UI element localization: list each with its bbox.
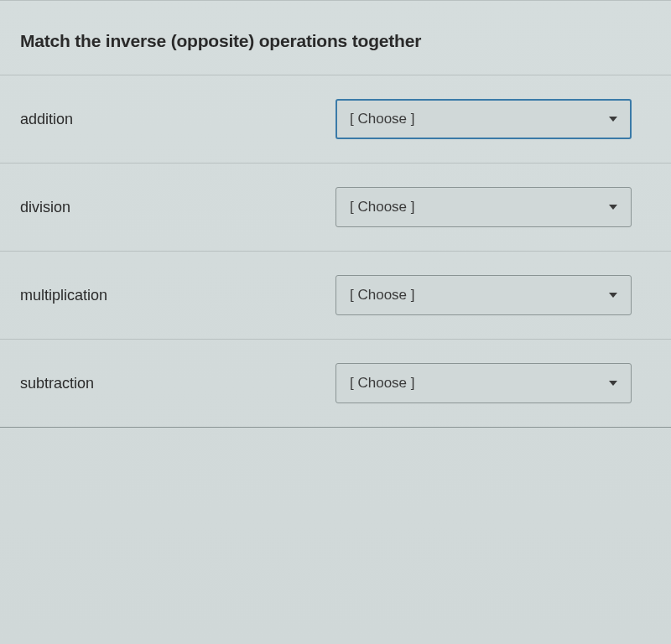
question-header: Match the inverse (opposite) operations … xyxy=(0,0,671,75)
dropdown-wrap: [ Choose ] xyxy=(336,363,632,403)
dropdown-wrap: [ Choose ] xyxy=(336,275,632,315)
match-row: subtraction [ Choose ] xyxy=(0,339,671,427)
match-label-subtraction: subtraction xyxy=(20,375,336,392)
chevron-down-icon xyxy=(609,381,617,386)
dropdown-placeholder: [ Choose ] xyxy=(350,111,599,127)
dropdown-subtraction[interactable]: [ Choose ] xyxy=(336,363,632,403)
match-row: multiplication [ Choose ] xyxy=(0,251,671,339)
match-label-multiplication: multiplication xyxy=(20,287,336,304)
quiz-container: Match the inverse (opposite) operations … xyxy=(0,0,671,644)
dropdown-wrap: [ Choose ] xyxy=(336,187,632,227)
dropdown-multiplication[interactable]: [ Choose ] xyxy=(336,275,632,315)
dropdown-placeholder: [ Choose ] xyxy=(350,199,599,216)
chevron-down-icon xyxy=(609,117,617,122)
match-row: addition [ Choose ] xyxy=(0,75,671,163)
dropdown-division[interactable]: [ Choose ] xyxy=(336,187,632,227)
chevron-down-icon xyxy=(609,293,617,298)
bottom-section xyxy=(0,427,671,544)
match-row: division [ Choose ] xyxy=(0,163,671,251)
dropdown-addition[interactable]: [ Choose ] xyxy=(336,99,632,139)
dropdown-placeholder: [ Choose ] xyxy=(350,375,599,392)
dropdown-wrap: [ Choose ] xyxy=(336,99,632,139)
question-title: Match the inverse (opposite) operations … xyxy=(20,31,651,51)
match-label-addition: addition xyxy=(20,111,336,128)
dropdown-placeholder: [ Choose ] xyxy=(350,287,599,304)
chevron-down-icon xyxy=(609,205,617,210)
match-label-division: division xyxy=(20,199,336,216)
